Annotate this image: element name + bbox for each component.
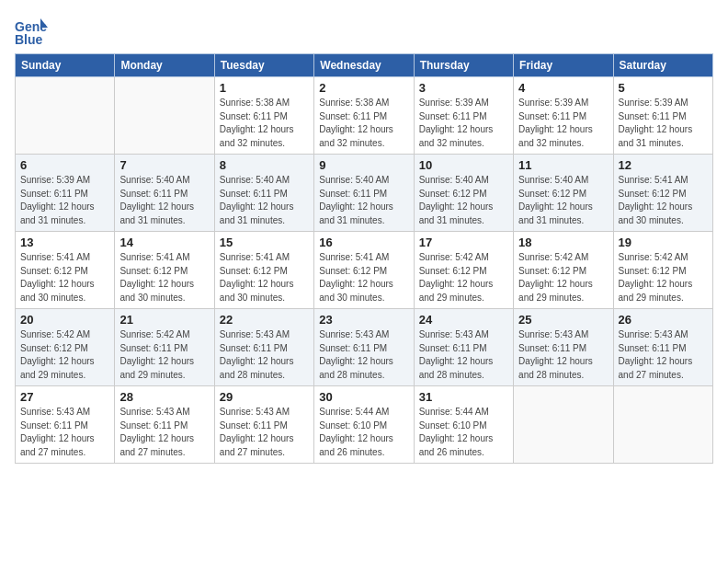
- calendar-cell: 29Sunrise: 5:43 AM Sunset: 6:11 PM Dayli…: [214, 386, 313, 464]
- day-info: Sunrise: 5:39 AM Sunset: 6:11 PM Dayligh…: [619, 97, 708, 150]
- day-number: 16: [319, 236, 408, 249]
- day-number: 6: [20, 158, 109, 172]
- calendar-cell: 2Sunrise: 5:38 AM Sunset: 6:11 PM Daylig…: [314, 77, 414, 155]
- day-info: Sunrise: 5:43 AM Sunset: 6:11 PM Dayligh…: [220, 328, 309, 382]
- calendar-cell: 1Sunrise: 5:38 AM Sunset: 6:11 PM Daylig…: [214, 77, 313, 155]
- day-number: 18: [518, 236, 608, 249]
- calendar-cell: 4Sunrise: 5:39 AM Sunset: 6:11 PM Daylig…: [514, 77, 613, 155]
- day-number: 25: [518, 313, 608, 327]
- calendar-cell: [613, 386, 712, 464]
- weekday-header-thursday: Thursday: [414, 54, 513, 77]
- calendar-cell: 6Sunrise: 5:39 AM Sunset: 6:11 PM Daylig…: [16, 155, 115, 232]
- day-info: Sunrise: 5:43 AM Sunset: 6:11 PM Dayligh…: [119, 406, 209, 459]
- day-info: Sunrise: 5:41 AM Sunset: 6:12 PM Dayligh…: [20, 251, 109, 304]
- calendar-cell: 16Sunrise: 5:41 AM Sunset: 6:12 PM Dayli…: [314, 232, 414, 309]
- weekday-header-saturday: Saturday: [613, 54, 712, 77]
- day-info: Sunrise: 5:43 AM Sunset: 6:11 PM Dayligh…: [619, 328, 708, 382]
- day-info: Sunrise: 5:43 AM Sunset: 6:11 PM Dayligh…: [518, 328, 608, 382]
- day-info: Sunrise: 5:40 AM Sunset: 6:11 PM Dayligh…: [319, 174, 408, 227]
- day-number: 22: [220, 313, 309, 327]
- calendar-cell: 19Sunrise: 5:42 AM Sunset: 6:12 PM Dayli…: [613, 232, 712, 309]
- day-number: 29: [220, 390, 309, 404]
- day-number: 10: [419, 158, 508, 172]
- calendar-cell: 26Sunrise: 5:43 AM Sunset: 6:11 PM Dayli…: [613, 309, 712, 386]
- day-info: Sunrise: 5:40 AM Sunset: 6:11 PM Dayligh…: [220, 174, 309, 227]
- calendar-table: SundayMondayTuesdayWednesdayThursdayFrid…: [15, 53, 713, 464]
- day-info: Sunrise: 5:42 AM Sunset: 6:12 PM Dayligh…: [20, 328, 109, 382]
- calendar-cell: [115, 77, 214, 155]
- day-info: Sunrise: 5:40 AM Sunset: 6:12 PM Dayligh…: [518, 174, 608, 227]
- day-number: 8: [220, 158, 309, 172]
- day-number: 15: [220, 236, 309, 249]
- day-info: Sunrise: 5:40 AM Sunset: 6:11 PM Dayligh…: [119, 174, 209, 227]
- calendar-cell: 11Sunrise: 5:40 AM Sunset: 6:12 PM Dayli…: [514, 155, 613, 232]
- calendar-week-row: 13Sunrise: 5:41 AM Sunset: 6:12 PM Dayli…: [16, 232, 713, 309]
- day-number: 30: [319, 390, 408, 404]
- calendar-cell: 12Sunrise: 5:41 AM Sunset: 6:12 PM Dayli…: [613, 155, 712, 232]
- day-info: Sunrise: 5:43 AM Sunset: 6:11 PM Dayligh…: [220, 406, 309, 459]
- day-number: 14: [119, 236, 209, 249]
- day-number: 3: [419, 81, 508, 95]
- day-info: Sunrise: 5:43 AM Sunset: 6:11 PM Dayligh…: [319, 328, 408, 382]
- day-number: 21: [119, 313, 209, 327]
- calendar-body: 1Sunrise: 5:38 AM Sunset: 6:11 PM Daylig…: [16, 77, 713, 464]
- calendar-cell: 24Sunrise: 5:43 AM Sunset: 6:11 PM Dayli…: [414, 309, 513, 386]
- logo-icon: General Blue: [15, 15, 48, 48]
- calendar-cell: 13Sunrise: 5:41 AM Sunset: 6:12 PM Dayli…: [16, 232, 115, 309]
- calendar-cell: 18Sunrise: 5:42 AM Sunset: 6:12 PM Dayli…: [514, 232, 613, 309]
- calendar-cell: 8Sunrise: 5:40 AM Sunset: 6:11 PM Daylig…: [214, 155, 313, 232]
- calendar-cell: 31Sunrise: 5:44 AM Sunset: 6:10 PM Dayli…: [414, 386, 513, 464]
- calendar-cell: 27Sunrise: 5:43 AM Sunset: 6:11 PM Dayli…: [16, 386, 115, 464]
- day-number: 26: [619, 313, 708, 327]
- calendar-cell: 23Sunrise: 5:43 AM Sunset: 6:11 PM Dayli…: [314, 309, 414, 386]
- day-number: 11: [518, 158, 608, 172]
- logo: General Blue: [15, 15, 48, 48]
- day-number: 12: [619, 158, 708, 172]
- day-number: 31: [419, 390, 508, 404]
- day-info: Sunrise: 5:44 AM Sunset: 6:10 PM Dayligh…: [419, 406, 508, 459]
- calendar-cell: 28Sunrise: 5:43 AM Sunset: 6:11 PM Dayli…: [115, 386, 214, 464]
- calendar-cell: 20Sunrise: 5:42 AM Sunset: 6:12 PM Dayli…: [16, 309, 115, 386]
- day-number: 1: [220, 81, 309, 95]
- calendar-cell: 30Sunrise: 5:44 AM Sunset: 6:10 PM Dayli…: [314, 386, 414, 464]
- day-info: Sunrise: 5:40 AM Sunset: 6:12 PM Dayligh…: [419, 174, 508, 227]
- day-info: Sunrise: 5:41 AM Sunset: 6:12 PM Dayligh…: [619, 174, 708, 227]
- weekday-header-wednesday: Wednesday: [314, 54, 414, 77]
- day-info: Sunrise: 5:44 AM Sunset: 6:10 PM Dayligh…: [319, 406, 408, 459]
- day-info: Sunrise: 5:39 AM Sunset: 6:11 PM Dayligh…: [20, 174, 109, 227]
- calendar-cell: 7Sunrise: 5:40 AM Sunset: 6:11 PM Daylig…: [115, 155, 214, 232]
- day-info: Sunrise: 5:39 AM Sunset: 6:11 PM Dayligh…: [518, 97, 608, 150]
- page-header: General Blue: [15, 15, 713, 48]
- svg-text:Blue: Blue: [15, 32, 43, 47]
- day-info: Sunrise: 5:41 AM Sunset: 6:12 PM Dayligh…: [319, 251, 408, 304]
- day-info: Sunrise: 5:42 AM Sunset: 6:12 PM Dayligh…: [419, 251, 508, 304]
- day-number: 17: [419, 236, 508, 249]
- calendar-cell: [16, 77, 115, 155]
- day-info: Sunrise: 5:42 AM Sunset: 6:11 PM Dayligh…: [119, 328, 209, 382]
- day-number: 28: [119, 390, 209, 404]
- day-info: Sunrise: 5:43 AM Sunset: 6:11 PM Dayligh…: [20, 406, 109, 459]
- day-number: 7: [119, 158, 209, 172]
- weekday-row: SundayMondayTuesdayWednesdayThursdayFrid…: [16, 54, 713, 77]
- day-info: Sunrise: 5:42 AM Sunset: 6:12 PM Dayligh…: [518, 251, 608, 304]
- day-number: 13: [20, 236, 109, 249]
- calendar-cell: 21Sunrise: 5:42 AM Sunset: 6:11 PM Dayli…: [115, 309, 214, 386]
- weekday-header-monday: Monday: [115, 54, 214, 77]
- calendar-cell: [514, 386, 613, 464]
- day-info: Sunrise: 5:41 AM Sunset: 6:12 PM Dayligh…: [220, 251, 309, 304]
- day-number: 5: [619, 81, 708, 95]
- day-number: 23: [319, 313, 408, 327]
- calendar-week-row: 27Sunrise: 5:43 AM Sunset: 6:11 PM Dayli…: [16, 386, 713, 464]
- weekday-header-tuesday: Tuesday: [214, 54, 313, 77]
- day-number: 20: [20, 313, 109, 327]
- calendar-week-row: 6Sunrise: 5:39 AM Sunset: 6:11 PM Daylig…: [16, 155, 713, 232]
- day-info: Sunrise: 5:39 AM Sunset: 6:11 PM Dayligh…: [419, 97, 508, 150]
- calendar-week-row: 20Sunrise: 5:42 AM Sunset: 6:12 PM Dayli…: [16, 309, 713, 386]
- day-number: 9: [319, 158, 408, 172]
- day-info: Sunrise: 5:41 AM Sunset: 6:12 PM Dayligh…: [119, 251, 209, 304]
- calendar-cell: 25Sunrise: 5:43 AM Sunset: 6:11 PM Dayli…: [514, 309, 613, 386]
- calendar-cell: 22Sunrise: 5:43 AM Sunset: 6:11 PM Dayli…: [214, 309, 313, 386]
- calendar-header: SundayMondayTuesdayWednesdayThursdayFrid…: [16, 54, 713, 77]
- calendar-week-row: 1Sunrise: 5:38 AM Sunset: 6:11 PM Daylig…: [16, 77, 713, 155]
- day-info: Sunrise: 5:38 AM Sunset: 6:11 PM Dayligh…: [220, 97, 309, 150]
